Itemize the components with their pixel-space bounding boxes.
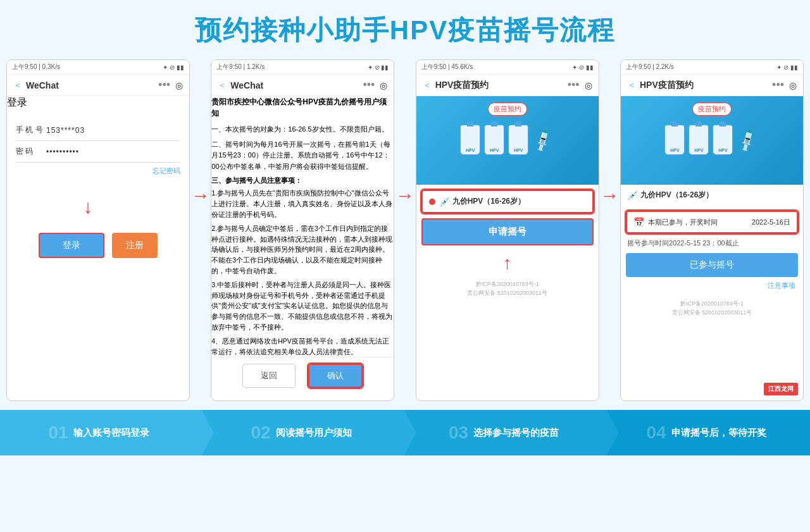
phone-row: 手 机 号 153****03 [16, 120, 180, 141]
frames-row: 上午9:50 | 0.3K/s ✦ ⊘ ▮▮ ＜ WeChat ••• ◎ 登录… [0, 59, 810, 401]
screen1-nav-bar: ＜ WeChat ••• ◎ [7, 75, 189, 96]
right-arrow-3: → [600, 186, 619, 205]
back-button[interactable]: 返回 [242, 364, 296, 388]
notice-link[interactable]: 注意事项 [621, 281, 803, 295]
back-icon[interactable]: ＜ [627, 80, 636, 91]
syringe-icon: 💉 [532, 125, 554, 155]
back-icon[interactable]: ＜ [13, 80, 22, 91]
notice-2: 二、摇号时间为每月16号开展一次摇号，在摇号前1天（每月15号23：00）停止注… [211, 139, 394, 173]
event-row: 📅 本期已参与，开奖时间 2022-5-16日 [626, 211, 798, 233]
target-icon: ◎ [789, 80, 797, 90]
nav-title: WeChat [26, 80, 59, 90]
notice-3-1: 1.参与摇号人员先在"贵阳市疾病预防控制中心"微信公众号上进行注册。本人注册，填… [211, 188, 394, 220]
right-arrow-1: → [191, 186, 210, 205]
event-label: 本期已参与，开奖时间 [648, 218, 718, 227]
bottle3: HPV [508, 125, 528, 155]
step-label-1: 输入账号密码登录 [73, 427, 149, 439]
more-icon[interactable]: ••• [158, 78, 170, 92]
target-icon: ◎ [585, 80, 592, 90]
notice-button-area: 返回 确认 [211, 357, 394, 394]
notice-3-head: 三、参与摇号人员注意事项： [211, 176, 394, 185]
vaccine-option[interactable]: 💉 九价HPV（16-26岁） [421, 190, 594, 213]
step-item-1: 01 输入账号密码登录 [0, 410, 202, 455]
confirm-button[interactable]: 确认 [308, 364, 363, 388]
status-text: 上午9:50 | 45.6K/s [421, 63, 473, 71]
gov-text: 贵公网安备 52010202003011号 [416, 288, 599, 297]
status-text: 上午9:50 | 0.3K/s [12, 63, 60, 71]
nav-title: HPV疫苗预约 [640, 80, 694, 91]
more-icon[interactable]: ••• [568, 78, 580, 92]
notice-1: 一、本次摇号的对象为：16-26.5岁女性。不限贵阳户籍。 [211, 124, 394, 135]
more-icon[interactable]: ••• [772, 78, 784, 92]
nav-title: HPV疫苗预约 [435, 80, 489, 91]
time-notice: 摇号参与时间2022-5-15 23：00截止 [621, 238, 803, 253]
syringe4-icon: 💉 [737, 125, 759, 155]
status-icons: ✦ ⊘ ▮▮ [776, 64, 798, 71]
event-date: 2022-5-16日 [752, 218, 790, 227]
step-num-3: 03 [449, 423, 468, 443]
arrow2: → [394, 59, 415, 205]
bottle2: HPV [484, 125, 504, 155]
notice-3-3: 3.中签后接种时，受种者与注册人员必须是同一人。接种医师现场核对身份证号和手机号… [211, 280, 394, 333]
step-item-4: 04 申请摇号后，等待开奖 [608, 410, 810, 455]
arrow3: → [599, 59, 620, 205]
screen4-footer: 黔ICP备2020010769号-1 贵公网安备 52010202003011号 [621, 295, 803, 320]
screen2-notice: 上午9:50 | 1.2K/s ✦ ⊘ ▮▮ ＜ WeChat ••• ◎ 贵阳… [211, 59, 394, 401]
vaccine-name4: 九价HPV（16-26岁） [640, 190, 713, 201]
vaccine-option-wrapper: 💉 九价HPV（16-26岁） 第一步 [416, 190, 599, 213]
step-item-2: 02 阅读摇号用户须知 [202, 410, 405, 455]
bottle4b: HPV [688, 125, 709, 155]
password-value[interactable]: •••••••••• [46, 147, 180, 156]
screen2-nav-bar: ＜ WeChat ••• ◎ [211, 75, 394, 96]
icp-text: 黔ICP备2020010769号-1 [416, 280, 599, 288]
screen3-footer: 黔ICP备2020010769号-1 贵公网安备 52010202003011号 [416, 276, 599, 300]
phone-value[interactable]: 153****03 [46, 126, 180, 135]
password-label: 密 码 [16, 146, 46, 157]
step-num-2: 02 [251, 423, 270, 443]
more-icon[interactable]: ••• [363, 78, 375, 92]
watermark: 江西龙网 [764, 383, 798, 395]
bottle4a: HPV [664, 125, 685, 155]
vaccine-tag4: 疫苗预约 [692, 102, 732, 116]
arrow-up-apply: ↑ [416, 251, 599, 276]
vaccine-bottles: HPV HPV HPV 💉 [423, 118, 592, 158]
step-label-2: 阅读摇号用户须知 [276, 427, 352, 439]
hpv-banner4: 疫苗预约 HPV HPV HPV 💉 [621, 96, 803, 185]
login-form: 手 机 号 153****03 密 码 •••••••••• 忘记密码 [7, 109, 189, 196]
applied-button[interactable]: 已参与摇号 [626, 253, 798, 277]
screen4-nav-bar: ＜ HPV疫苗预约 ••• ◎ [621, 75, 803, 96]
notice-3-4: 4、恶意通过网络攻击HPV疫苗摇号平台，造成系统无法正常运行，将依法追究相关单位… [211, 336, 394, 357]
vaccine-name: 九价HPV（16-26岁） [452, 196, 525, 207]
login-header-text: 登录 [7, 97, 27, 108]
status-text: 上午9:50 | 1.2K/s [216, 63, 265, 71]
vaccine-bottles4: HPV HPV HPV 💉 [627, 118, 797, 158]
screen4-status-bar: 上午9:50 | 2.2K/s ✦ ⊘ ▮▮ [621, 60, 803, 75]
login-button[interactable]: 登录 [39, 233, 104, 258]
screen1-status-bar: 上午9:50 | 0.3K/s ✦ ⊘ ▮▮ [7, 60, 189, 75]
status-text: 上午9:50 | 2.2K/s [626, 63, 674, 71]
login-header: 登录 [7, 96, 189, 109]
notice-content: 贵阳市疾控中心微信公众号HPV疫苗九价摇号用户须知 一、本次摇号的对象为：16-… [211, 96, 394, 357]
step-label-3: 选择参与摇号的疫苗 [473, 427, 559, 439]
back-icon[interactable]: ＜ [423, 80, 432, 91]
login-button-area: 登录 注册 [7, 228, 189, 266]
forgot-password-link[interactable]: 忘记密码 [16, 163, 180, 186]
arrow1: → [190, 59, 211, 205]
notice-title: 贵阳市疾控中心微信公众号HPV疫苗九价摇号用户须知 [211, 96, 394, 119]
status-icons: ✦ ⊘ ▮▮ [572, 64, 594, 71]
arrow-down-login: ↓ [63, 196, 113, 218]
target-icon: ◎ [175, 80, 183, 90]
vaccine-name4-row: 💉 九价HPV（16-26岁） [621, 185, 803, 206]
screen4-applied: 上午9:50 | 2.2K/s ✦ ⊘ ▮▮ ＜ HPV疫苗预约 ••• ◎ 疫… [620, 59, 804, 401]
status-icons: ✦ ⊘ ▮▮ [368, 64, 389, 71]
apply-button[interactable]: 申请摇号 [421, 218, 594, 245]
step-num-1: 01 [48, 423, 68, 443]
target-icon: ◎ [380, 80, 387, 90]
icp-text4: 黔ICP备2020010769号-1 [621, 299, 803, 308]
status-icons: ✦ ⊘ ▮▮ [163, 64, 184, 71]
back-icon[interactable]: ＜ [218, 80, 227, 91]
step-num-4: 04 [646, 423, 666, 443]
register-button[interactable]: 注册 [112, 233, 158, 258]
gov-text4: 贵公网安备 52010202003011号 [621, 308, 803, 317]
phone-label: 手 机 号 [16, 125, 46, 135]
